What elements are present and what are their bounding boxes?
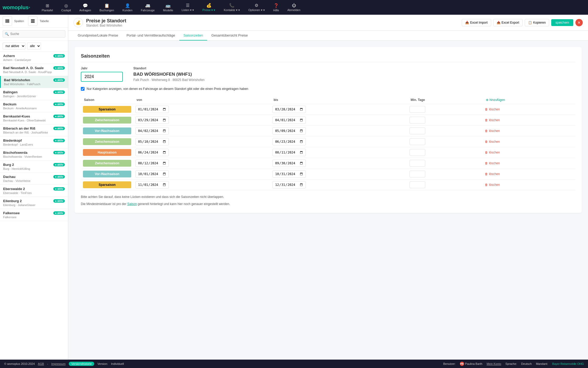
sidebar-item-beckum[interactable]: Beckum ● aktiv Beckum · AmelieAssmann	[0, 100, 68, 112]
page-header-icon: 💰	[74, 18, 83, 27]
versionshistorie-button[interactable]: Versionshistorie	[69, 362, 94, 366]
von-input-2[interactable]	[135, 127, 169, 135]
sidebar-item-balingen[interactable]: Balingen ● aktiv Balingen · JenniferGörn…	[0, 88, 68, 100]
categories-checkbox[interactable]	[81, 87, 85, 91]
sidebar-item-bernkastel-kues[interactable]: Bernkastel-Kues ● aktiv Bernkastel-Kues …	[0, 112, 68, 124]
sidebar-item-bad-woerishofen[interactable]: Bad Wörishofen ● aktiv Bad Wörishofen · …	[0, 76, 68, 88]
sidebar-item-burg-2[interactable]: Burg 2 ● aktiv Burg · HenrickKölling	[0, 161, 68, 173]
nav-item-abmelden[interactable]: ⏻Abmelden	[284, 2, 304, 13]
delete-button-4[interactable]: 🗑 löschen	[485, 151, 500, 154]
nav-item-cockpit[interactable]: ◎Cockpit	[58, 2, 75, 13]
nav-item-listen[interactable]: ☰Listen ▾	[178, 2, 198, 13]
columns-icon[interactable]	[3, 16, 12, 26]
sidebar-item-bad-neustadt[interactable]: Bad Neustadt A. D. Saale ● aktiv Bad Neu…	[0, 64, 68, 76]
bis-input-7[interactable]	[272, 181, 306, 188]
cancel-button[interactable]: ✕	[575, 19, 583, 26]
min-days-input-5[interactable]	[410, 160, 425, 167]
tabs: Grundpreise/Lokale PreisePortal- und Ver…	[68, 31, 588, 41]
logo[interactable]: womoplus+	[3, 4, 30, 11]
min-days-input-7[interactable]	[410, 181, 425, 188]
von-input-6[interactable]	[135, 170, 169, 178]
bis-input-3[interactable]	[272, 138, 306, 145]
delete-button-6[interactable]: 🗑 löschen	[485, 172, 500, 176]
sidebar-item-falkensee[interactable]: Falkensee ● aktiv Falkensee	[0, 209, 68, 221]
delete-button-5[interactable]: 🗑 löschen	[485, 161, 500, 165]
nav-item-fahrzeuge[interactable]: 🚐Fahrzeuge	[137, 2, 159, 13]
sidebar-item-dachau[interactable]: Dachau ● aktiv Dachau · VictorHeine	[0, 173, 68, 185]
delete-button-3[interactable]: 🗑 löschen	[485, 140, 500, 144]
impressum-link[interactable]: Impressum	[51, 362, 65, 365]
bis-input-2[interactable]	[272, 127, 306, 135]
nav-icon-plantafel: ⊞	[46, 3, 49, 8]
mein-konto-link[interactable]: Mein Konto	[487, 362, 501, 365]
kopieren-label: Kopieren	[533, 21, 546, 24]
min-days-input-4[interactable]	[410, 149, 425, 156]
sidebar-item-eberswalde-2[interactable]: Eberswalde 2 ● aktiv Eberswalde · TimFri…	[0, 185, 68, 197]
tab-grundpreise[interactable]: Grundpreise/Lokale Preise	[74, 31, 122, 40]
tab-portal[interactable]: Portal- und Vermittleraufschläge	[122, 31, 179, 40]
cell-saison-7: Sparsaison	[81, 180, 133, 190]
nav-item-kunden[interactable]: 👤Kunden	[119, 2, 136, 13]
bis-input-4[interactable]	[272, 149, 306, 156]
speichern-button[interactable]: speichern	[551, 19, 573, 26]
sidebar-item-achern[interactable]: Achern ● aktiv Achern · CarolaGeyer	[0, 52, 68, 64]
bis-input-6[interactable]	[272, 170, 306, 178]
bis-input-0[interactable]	[272, 106, 306, 113]
von-input-1[interactable]	[135, 116, 169, 124]
min-days-input-0[interactable]	[410, 106, 425, 113]
status-filter[interactable]: nur aktivealleinaktive	[3, 43, 25, 49]
nav-item-preise[interactable]: 💰Preise ▾	[199, 2, 219, 13]
von-input-5[interactable]	[135, 160, 169, 167]
excel-export-button[interactable]: 📤 Excel Export	[493, 19, 523, 26]
tab-gesamtuebersicht[interactable]: Gesamtübersicht Preise	[207, 31, 252, 40]
sidebar-item-biedenkopf[interactable]: Biedenkopf ● aktiv Biedenkopf · LarsEver…	[0, 136, 68, 149]
nav-item-buchungen[interactable]: 📋Buchungen	[96, 2, 118, 13]
delete-button-2[interactable]: 🗑 löschen	[485, 129, 500, 133]
min-days-input-3[interactable]	[410, 138, 425, 145]
nav-item-kontakte[interactable]: 📞Kontakte ▾	[220, 2, 244, 13]
delete-button-1[interactable]: 🗑 löschen	[485, 118, 500, 122]
kopieren-button[interactable]: 📋 Kopieren	[525, 19, 549, 26]
cell-min-6	[407, 169, 482, 180]
table-icon[interactable]	[28, 16, 38, 26]
delete-button-7[interactable]: 🗑 löschen	[485, 183, 500, 187]
bis-input-5[interactable]	[272, 160, 306, 167]
min-days-input-6[interactable]	[410, 171, 425, 177]
von-input-7[interactable]	[135, 181, 169, 188]
von-input-4[interactable]	[135, 149, 169, 156]
sidebar-item-eilenburg-2[interactable]: Eilenburg 2 ● aktiv Eilenburg · JulianeG…	[0, 197, 68, 209]
nav-item-anfragen[interactable]: 💬Anfragen	[76, 2, 95, 13]
cell-saison-4: Hauptsaison	[81, 147, 133, 158]
nav-item-plantafel[interactable]: ⊞Plantafel	[38, 2, 57, 13]
type-filter[interactable]: alle	[27, 43, 41, 49]
search-input[interactable]	[3, 30, 65, 38]
min-days-input-1[interactable]	[410, 117, 425, 124]
von-input-0[interactable]	[135, 106, 169, 113]
nav-item-modelle[interactable]: 🚌Modelle	[159, 2, 177, 13]
mandant-value[interactable]: Bayer Reisemobile OHG	[552, 362, 584, 365]
search-icon: 🔍	[5, 32, 9, 36]
tab-saisonzeiten[interactable]: Saisonzeiten	[179, 31, 207, 40]
delete-button-0[interactable]: 🗑 löschen	[485, 108, 500, 111]
sidebar-icons: Spalten Tabelle	[0, 15, 68, 28]
add-season-button[interactable]: ⊕ hinzufügen	[486, 98, 505, 102]
excel-import-button[interactable]: 📥 Excel Import	[462, 19, 491, 26]
nav-item-optionen[interactable]: ⚙Optionen ▾	[245, 2, 269, 13]
sidebar-item-name-biedenkopf: Biedenkopf ● aktiv	[3, 139, 65, 142]
bis-input-1[interactable]	[272, 116, 306, 124]
von-input-3[interactable]	[135, 138, 169, 145]
sidebar-item-sub-dachau: Dachau · VictorHeine	[3, 179, 65, 182]
saison-link[interactable]: Saison	[127, 202, 137, 206]
saisonzeiten-title: Saisonzeiten	[81, 53, 575, 62]
nav-label-buchungen: Buchungen	[99, 9, 114, 12]
nav-item-hilfe[interactable]: ❓Hilfe	[270, 2, 283, 13]
table-header-row: Saison von bis Min. Tage	[81, 96, 575, 104]
sidebar-item-sub-burg-2: Burg · HenrickKölling	[3, 167, 65, 170]
agb-link[interactable]: AGB	[38, 362, 44, 365]
sidebar-item-bischofswerda[interactable]: Bischofswerda ● aktiv Bischofswerda · Vi…	[0, 149, 68, 161]
nav-icon-hilfe: ❓	[274, 3, 279, 8]
jahr-input[interactable]	[81, 72, 123, 82]
sidebar-item-sub-eilenburg-2: Eilenburg · JulianeGlaser	[3, 203, 65, 207]
sidebar-item-biberach[interactable]: Biberach an der Riß ● aktiv Biberach an …	[0, 124, 68, 136]
min-days-input-2[interactable]	[410, 127, 425, 134]
